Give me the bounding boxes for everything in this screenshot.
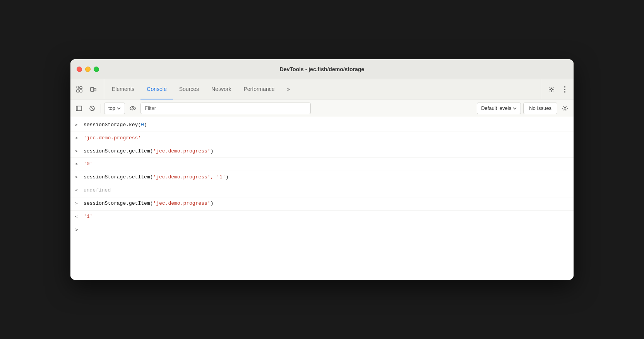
output-arrow: < <box>75 187 81 194</box>
more-options-button[interactable]: ⋮ <box>559 84 570 95</box>
tab-more[interactable]: » <box>281 79 296 99</box>
inspect-element-button[interactable] <box>74 84 85 95</box>
close-button[interactable] <box>77 67 82 72</box>
code-content: 'jec.demo.progress' <box>84 134 141 142</box>
output-arrow: < <box>75 135 81 142</box>
minimize-button[interactable] <box>85 67 91 72</box>
svg-rect-0 <box>77 87 79 89</box>
console-toolbar: top Default levels No Issues <box>70 99 574 117</box>
devtools-icons <box>74 79 104 99</box>
code-content: sessionStorage.getItem('jec.demo.progres… <box>84 200 213 208</box>
svg-line-10 <box>91 106 94 110</box>
console-line[interactable]: > sessionStorage.key(0) <box>70 119 574 132</box>
clear-console-button[interactable] <box>87 103 98 114</box>
chevron-down-icon <box>513 107 517 110</box>
svg-rect-7 <box>76 106 82 111</box>
maximize-button[interactable] <box>94 67 99 72</box>
console-line[interactable]: < 'jec.demo.progress' <box>70 132 574 145</box>
code-content: '1' <box>84 213 92 221</box>
console-output: > sessionStorage.key(0) < 'jec.demo.prog… <box>70 117 574 280</box>
titlebar: DevTools - jec.fish/demo/storage <box>70 59 574 79</box>
output-arrow: < <box>75 213 81 220</box>
tab-sources[interactable]: Sources <box>173 79 205 99</box>
input-arrow: > <box>75 148 81 155</box>
console-input-line[interactable]: > <box>70 223 574 238</box>
sidebar-toggle-button[interactable] <box>74 103 84 114</box>
traffic-lights <box>77 67 99 72</box>
input-arrow: > <box>75 200 81 207</box>
devtools-window: DevTools - jec.fish/demo/storage <box>70 59 574 280</box>
code-content: sessionStorage.getItem('jec.demo.progres… <box>84 147 213 156</box>
code-content: undefined <box>84 187 111 195</box>
code-content: sessionStorage.key(0) <box>84 121 147 129</box>
filter-input[interactable] <box>140 103 311 114</box>
console-line[interactable]: > sessionStorage.getItem('jec.demo.progr… <box>70 197 574 211</box>
svg-rect-1 <box>80 87 82 89</box>
divider <box>101 104 101 113</box>
context-selector[interactable]: top <box>104 103 125 114</box>
chevron-down-icon <box>117 107 121 110</box>
code-content: '0' <box>84 160 92 168</box>
console-line[interactable]: < '0' <box>70 158 574 171</box>
console-line[interactable]: < undefined <box>70 184 574 197</box>
svg-point-12 <box>132 108 134 109</box>
input-arrow: > <box>75 122 81 128</box>
tab-network[interactable]: Network <box>205 79 237 99</box>
output-arrow: < <box>75 161 81 168</box>
log-levels-button[interactable]: Default levels <box>477 103 521 114</box>
tabs-bar: Elements Console Sources Network Perform… <box>70 79 574 99</box>
svg-point-6 <box>551 88 553 90</box>
devtools-actions: ⋮ <box>541 79 570 99</box>
tab-elements[interactable]: Elements <box>106 79 140 99</box>
code-content: sessionStorage.setItem('jec.demo.progres… <box>84 173 228 181</box>
tab-performance[interactable]: Performance <box>237 79 281 99</box>
eye-button[interactable] <box>127 103 138 114</box>
tab-console[interactable]: Console <box>140 79 173 99</box>
svg-rect-4 <box>91 87 94 91</box>
console-settings-button[interactable] <box>560 103 570 114</box>
console-line[interactable]: > sessionStorage.getItem('jec.demo.progr… <box>70 145 574 158</box>
svg-rect-5 <box>94 88 96 91</box>
settings-button[interactable] <box>546 84 557 95</box>
device-toolbar-button[interactable] <box>87 84 99 95</box>
svg-point-13 <box>564 107 566 109</box>
input-arrow: > <box>75 174 81 181</box>
console-line[interactable]: < '1' <box>70 211 574 224</box>
svg-rect-3 <box>80 90 82 92</box>
main-tabs: Elements Console Sources Network Perform… <box>106 79 539 99</box>
cursor-caret: > <box>75 226 78 235</box>
no-issues-button[interactable]: No Issues <box>523 103 557 114</box>
window-title: DevTools - jec.fish/demo/storage <box>280 66 364 72</box>
svg-rect-2 <box>77 90 79 92</box>
console-line[interactable]: > sessionStorage.setItem('jec.demo.progr… <box>70 171 574 184</box>
svg-point-11 <box>130 106 135 110</box>
